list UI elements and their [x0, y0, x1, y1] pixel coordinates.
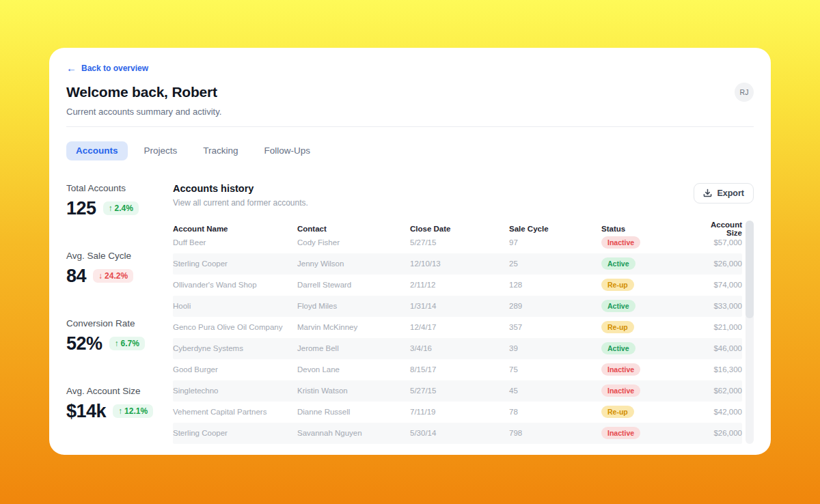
accounts-table: Account Name Contact Close Date Sale Cyc…: [173, 221, 754, 444]
column-header-sale-cycle: Sale Cycle: [509, 225, 601, 233]
header-row: Welcome back, Robert RJ: [66, 83, 754, 102]
cell-status: Inactive: [601, 384, 697, 397]
arrow-up-icon: ↑: [109, 204, 113, 212]
cell-close-date: 5/30/14: [410, 429, 509, 437]
cell-status: Re-up: [601, 279, 697, 292]
stat-total-accounts: Total Accounts 125 ↑ 2.4%: [66, 183, 173, 219]
table-row: Sterling Cooper Jenny Wilson 12/10/13 25…: [173, 253, 742, 275]
cell-account-name: Cyberdyne Systems: [173, 344, 297, 352]
cell-account-name: Sterling Cooper: [173, 260, 297, 268]
cell-account-size: $26,000: [697, 429, 742, 437]
cell-contact: Savannah Nguyen: [297, 429, 410, 437]
table-row: Sterling Cooper Savannah Nguyen 5/30/14 …: [173, 423, 742, 444]
table-title: Accounts history: [173, 183, 308, 194]
back-link-label: Back to overview: [81, 64, 148, 73]
stat-value: 125: [66, 198, 96, 219]
cell-account-name: Sterling Cooper: [173, 429, 297, 437]
cell-sale-cycle: 289: [509, 302, 601, 310]
stat-label: Conversion Rate: [66, 318, 173, 328]
stat-value: $14k: [66, 401, 106, 422]
cell-close-date: 1/31/14: [410, 302, 509, 310]
avatar[interactable]: RJ: [735, 83, 754, 102]
cell-account-name: Hooli: [173, 302, 297, 310]
table-body: Duff Beer Cody Fisher 5/27/15 97 Inactiv…: [173, 232, 742, 444]
cell-close-date: 3/4/16: [410, 344, 509, 352]
back-to-overview-link[interactable]: ← Back to overview: [66, 63, 148, 73]
cell-contact: Kristin Watson: [297, 387, 410, 395]
cell-status: Inactive: [601, 236, 697, 249]
table-row: Duff Beer Cody Fisher 5/27/15 97 Inactiv…: [173, 232, 742, 253]
cell-sale-cycle: 78: [509, 408, 601, 416]
column-header-status: Status: [601, 225, 697, 233]
cell-contact: Darrell Steward: [297, 281, 410, 289]
stat-change-value: 24.2%: [105, 272, 128, 280]
cell-sale-cycle: 97: [509, 238, 601, 247]
table-scrollbar-thumb[interactable]: [746, 221, 754, 319]
table-row: Cyberdyne Systems Jerome Bell 3/4/16 39 …: [173, 338, 742, 359]
download-icon: [703, 188, 712, 197]
cell-status: Inactive: [601, 427, 697, 440]
cell-contact: Cody Fisher: [297, 238, 410, 247]
stat-change-badge: ↑ 2.4%: [103, 201, 139, 215]
column-header-account-size: Account Size: [697, 221, 742, 237]
content-area: Total Accounts 125 ↑ 2.4% Avg. Sale Cycl…: [66, 183, 754, 453]
stat-value: 84: [66, 266, 86, 287]
cell-sale-cycle: 357: [509, 323, 601, 331]
cell-account-name: Singletechno: [173, 387, 297, 395]
cell-status: Re-up: [601, 406, 697, 419]
status-badge: Inactive: [601, 427, 640, 440]
cell-account-name: Ollivander's Wand Shop: [173, 281, 297, 289]
tab-follow-ups[interactable]: Follow-Ups: [255, 141, 320, 160]
cell-sale-cycle: 75: [509, 365, 601, 374]
cell-sale-cycle: 25: [509, 260, 601, 268]
stat-label: Total Accounts: [66, 183, 173, 193]
cell-close-date: 8/15/17: [410, 365, 509, 374]
cell-sale-cycle: 798: [509, 429, 601, 437]
table-header-row: Account Name Contact Close Date Sale Cyc…: [173, 221, 742, 232]
cell-account-size: $42,000: [697, 408, 742, 416]
page-subtitle: Current accounts summary and activity.: [66, 107, 754, 117]
stat-change-value: 2.4%: [115, 204, 133, 212]
table-row: Singletechno Kristin Watson 5/27/15 45 I…: [173, 380, 742, 402]
cell-contact: Floyd Miles: [297, 302, 410, 310]
stat-avg-sale-cycle: Avg. Sale Cycle 84 ↓ 24.2%: [66, 251, 173, 287]
status-badge: Inactive: [601, 384, 640, 397]
cell-status: Active: [601, 300, 697, 313]
tab-projects[interactable]: Projects: [135, 141, 187, 160]
stat-change-value: 6.7%: [121, 339, 139, 348]
stat-value: 52%: [66, 333, 102, 354]
cell-contact: Jerome Bell: [297, 344, 410, 352]
export-label: Export: [717, 188, 744, 198]
cell-sale-cycle: 39: [509, 344, 601, 352]
cell-contact: Marvin McKinney: [297, 323, 410, 331]
cell-status: Inactive: [601, 363, 697, 376]
column-header-account-name: Account Name: [173, 225, 297, 233]
status-badge: Re-up: [601, 406, 634, 419]
status-badge: Re-up: [601, 321, 634, 334]
export-button[interactable]: Export: [694, 183, 754, 204]
status-badge: Inactive: [601, 363, 640, 376]
cell-close-date: 7/11/19: [410, 408, 509, 416]
table-row: Good Burger Devon Lane 8/15/17 75 Inacti…: [173, 359, 742, 380]
stat-label: Avg. Account Size: [66, 386, 173, 396]
back-arrow-icon: ←: [66, 63, 77, 73]
status-badge: Active: [601, 342, 636, 355]
stat-label: Avg. Sale Cycle: [66, 251, 173, 261]
cell-account-size: $62,000: [697, 387, 742, 395]
arrow-up-icon: ↑: [115, 339, 119, 348]
header-divider: [66, 126, 754, 127]
arrow-up-icon: ↑: [118, 407, 122, 415]
cell-account-name: Good Burger: [173, 365, 297, 374]
tab-accounts[interactable]: Accounts: [66, 141, 128, 160]
stat-change-badge: ↑ 12.1%: [113, 404, 153, 418]
tab-tracking[interactable]: Tracking: [193, 141, 247, 160]
column-header-contact: Contact: [297, 225, 410, 233]
status-badge: Active: [601, 300, 636, 313]
tab-bar: Accounts Projects Tracking Follow-Ups: [66, 141, 754, 160]
cell-close-date: 12/10/13: [410, 260, 509, 268]
cell-contact: Devon Lane: [297, 365, 410, 374]
table-scrollbar-track[interactable]: [746, 221, 754, 444]
cell-account-size: $16,300: [697, 365, 742, 374]
status-badge: Active: [601, 257, 636, 270]
accounts-history-section: Accounts history View all current and fo…: [173, 183, 754, 453]
